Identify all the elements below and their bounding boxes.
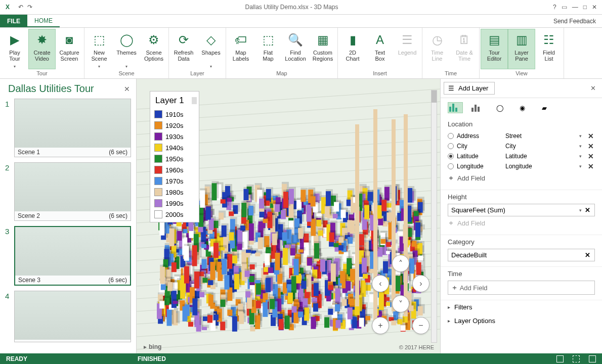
- tour-editor-button[interactable]: ▤Tour Editor: [481, 29, 508, 69]
- map-tilt-up-button[interactable]: ˄: [392, 255, 409, 272]
- location-remove-icon[interactable]: ✕: [587, 142, 595, 150]
- legend-item: 1910s: [154, 109, 197, 120]
- scene-name: Scene 1: [18, 149, 40, 156]
- redo-icon[interactable]: ↷: [27, 4, 32, 11]
- layer-pane-button[interactable]: ▥Layer Pane: [508, 29, 535, 69]
- capture-screen-button[interactable]: ◙Capture Screen: [56, 29, 83, 69]
- scene-options-button[interactable]: ⚙Scene Options: [140, 29, 167, 69]
- maximize-icon[interactable]: □: [583, 4, 587, 11]
- location-mapping-select[interactable]: Street▾: [505, 132, 584, 140]
- location-radio[interactable]: [448, 143, 454, 149]
- location-field-label: Address: [457, 132, 502, 140]
- location-remove-icon[interactable]: ✕: [587, 152, 595, 160]
- status-view-icon-2[interactable]: [573, 355, 580, 362]
- location-radio[interactable]: [448, 153, 454, 159]
- category-remove-icon[interactable]: ✕: [584, 251, 591, 259]
- map-legend[interactable]: Layer 1 1910s1920s1930s1940s1950s1960s19…: [150, 91, 199, 222]
- location-remove-icon[interactable]: ✕: [587, 162, 595, 170]
- scene-card[interactable]: [14, 291, 131, 342]
- layer-options-expander[interactable]: ▸Layer Options: [441, 314, 602, 328]
- height-add-field-button[interactable]: ＋Add Field: [448, 216, 595, 230]
- window-title: Dallas Utility Demo.xlsx - 3D Maps: [35, 4, 548, 11]
- location-radio[interactable]: [448, 133, 454, 139]
- tab-file[interactable]: FILE: [0, 15, 27, 27]
- height-section: Height SquareFeet (Sum)▾✕ ＋Add Field: [441, 190, 602, 235]
- scene-item[interactable]: 3Scene 3(6 sec): [5, 226, 131, 286]
- legend-close-icon[interactable]: [192, 97, 197, 104]
- scene-item[interactable]: 4: [5, 291, 131, 342]
- themes-button[interactable]: ◯Themes▾: [113, 29, 140, 69]
- legend-title: Layer 1: [155, 96, 184, 106]
- status-finished: FINISHED: [138, 355, 166, 362]
- category-field[interactable]: DecadeBuilt✕: [448, 249, 595, 261]
- legend-swatch: [154, 121, 162, 129]
- category-section: Category DecadeBuilt✕: [441, 235, 602, 267]
- height-remove-icon[interactable]: ✕: [584, 206, 591, 214]
- map-rotate-left-button[interactable]: ‹: [372, 275, 389, 292]
- scene-card[interactable]: Scene 3(6 sec): [14, 226, 131, 286]
- location-radio[interactable]: [448, 163, 454, 169]
- time-add-field-button[interactable]: ＋ Add Field: [448, 281, 595, 295]
- play-tour-button[interactable]: ▶Play Tour▾: [1, 29, 28, 69]
- viz-bubble-button[interactable]: ◯: [492, 102, 507, 113]
- map-viewport[interactable]: Layer 1 1910s1920s1930s1940s1950s1960s19…: [137, 79, 440, 353]
- help-icon[interactable]: ?: [553, 4, 556, 11]
- layer-pane-close-icon[interactable]: ✕: [587, 84, 599, 92]
- new-scene-button[interactable]: ⬚New Scene▾: [85, 29, 113, 69]
- map-labels-button[interactable]: 🏷Map Labels: [227, 29, 254, 69]
- viz-stacked-column-button[interactable]: [448, 102, 463, 113]
- height-field[interactable]: SquareFeet (Sum)▾✕: [448, 204, 595, 216]
- legend-item: 1940s: [154, 142, 197, 153]
- legend-item: 1960s: [154, 164, 197, 175]
- legend-label: 1980s: [165, 189, 183, 196]
- legend-swatch: [154, 210, 162, 218]
- viz-region-button[interactable]: ▰: [537, 102, 552, 113]
- status-view-icon-1[interactable]: [556, 355, 564, 362]
- tab-home[interactable]: HOME: [27, 15, 60, 27]
- location-section: Location AddressStreet▾✕CityCity▾✕Latitu…: [441, 117, 602, 190]
- scene-item[interactable]: 1Scene 1(6 sec): [5, 99, 131, 157]
- map-zoom-in-button[interactable]: +: [372, 317, 389, 334]
- minimize-icon[interactable]: —: [572, 4, 578, 11]
- filters-expander[interactable]: ▸Filters: [441, 300, 602, 314]
- send-feedback-link[interactable]: Send Feedback: [547, 15, 602, 27]
- flat-map-button[interactable]: ⬚Flat Map: [254, 29, 282, 69]
- scene-item[interactable]: 2Scene 2(6 sec): [5, 162, 131, 221]
- scene-card[interactable]: Scene 2(6 sec): [14, 162, 131, 221]
- text-box-button[interactable]: AText Box: [366, 29, 394, 69]
- location-add-field-button[interactable]: ＋Add Field: [448, 171, 595, 185]
- map-rotate-right-button[interactable]: ›: [412, 275, 429, 292]
- legend-label: 1930s: [165, 133, 183, 141]
- location-remove-icon[interactable]: ✕: [587, 132, 595, 140]
- close-icon[interactable]: ✕: [592, 4, 597, 11]
- status-bar: READY FINISHED: [0, 353, 602, 364]
- tour-title: Dallas Utilities Tour: [8, 83, 124, 95]
- 2d-chart-button[interactable]: ▮2D Chart: [339, 29, 366, 69]
- viz-heatmap-button[interactable]: ◉: [514, 102, 530, 113]
- scene-card[interactable]: Scene 1(6 sec): [14, 99, 131, 157]
- shapes-button[interactable]: ◇Shapes▾: [197, 29, 225, 69]
- map-tilt-down-button[interactable]: ˅: [392, 295, 409, 312]
- scene-thumbnail: [15, 163, 131, 211]
- create-video-button[interactable]: ✸Create Video: [28, 29, 56, 69]
- excel-icon: X: [0, 4, 15, 11]
- location-mapping-select[interactable]: Latitude▾: [505, 153, 584, 160]
- custom-regions-button[interactable]: ▦Custom Regions: [309, 29, 336, 69]
- map-scrollbar[interactable]: [431, 90, 437, 343]
- find-location-button[interactable]: 🔍Find Location: [282, 29, 309, 69]
- scene-thumbnail: [15, 227, 130, 276]
- location-mapping-select[interactable]: City▾: [505, 143, 584, 150]
- tour-panel-close-icon[interactable]: ✕: [124, 85, 130, 93]
- viz-clustered-column-button[interactable]: [470, 102, 485, 113]
- ribbon-options-icon[interactable]: ▭: [562, 4, 567, 11]
- location-mapping-select[interactable]: Longitude▾: [505, 163, 584, 170]
- map-zoom-out-button[interactable]: −: [412, 317, 429, 334]
- add-layer-button[interactable]: ☰ Add Layer: [444, 82, 495, 95]
- refresh-data-button[interactable]: ⟳Refresh Data: [170, 29, 197, 69]
- ribbon-group-map: Map: [227, 69, 336, 78]
- legend-button[interactable]: ☰Legend: [394, 29, 421, 69]
- legend-label: 1950s: [165, 155, 183, 163]
- status-view-icon-3[interactable]: [589, 355, 596, 362]
- field-list-button[interactable]: ☷Field List: [535, 29, 563, 69]
- undo-icon[interactable]: ↶: [18, 4, 23, 11]
